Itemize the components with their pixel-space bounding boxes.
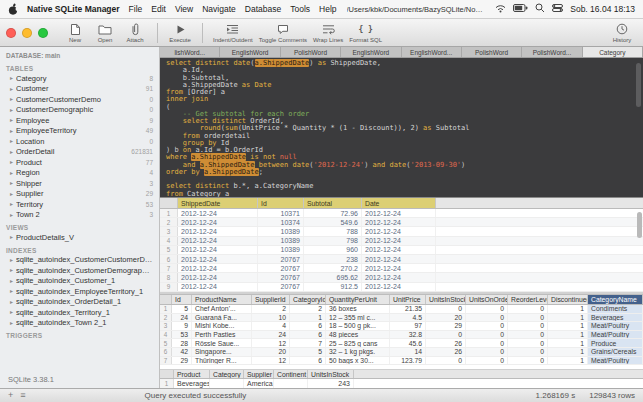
history-button[interactable]: History xyxy=(607,20,637,46)
new-button[interactable]: New xyxy=(60,20,90,46)
table-row[interactable]: 15Chef Anton'...2236 boxes21.350001Condi… xyxy=(160,305,643,314)
open-button[interactable]: Open xyxy=(90,20,120,46)
tab-2[interactable]: PolishWord xyxy=(281,47,341,57)
menu-navigate[interactable]: Navigate xyxy=(202,4,236,14)
table-row[interactable]: 224Guaraná Fa...10112 – 355 ml c...4.520… xyxy=(160,314,643,323)
sidebar-item-category[interactable]: ▸Category8 xyxy=(0,73,159,84)
disclosure-triangle-icon[interactable]: ▸ xyxy=(10,267,13,273)
grid-scrollbar[interactable] xyxy=(637,212,642,238)
column-header-supplierid[interactable]: SupplierId xyxy=(252,295,290,304)
column-header-id[interactable]: Id xyxy=(258,198,304,208)
column-header-shippeddate[interactable]: ShippedDate xyxy=(178,198,258,208)
column-header-quantityperunit[interactable]: QuantityPerUnit xyxy=(326,295,390,304)
tab-3[interactable]: EnglishWord xyxy=(341,47,401,57)
sidebar-item-territory[interactable]: ▸Territory53 xyxy=(0,199,159,210)
column-header-id[interactable]: Id xyxy=(172,295,192,304)
apple-menu-icon[interactable] xyxy=(8,3,19,16)
filter-icon[interactable]: ≡ xyxy=(20,391,25,400)
table-row[interactable]: 52012-12-24103899602012-12-24 xyxy=(160,246,643,255)
column-header-product[interactable]: Product xyxy=(174,370,210,378)
disclosure-triangle-icon[interactable]: ▸ xyxy=(10,320,13,326)
column-header-productname[interactable]: ProductName xyxy=(192,295,252,304)
table-row[interactable]: 42012-12-24103897982012-12-24 xyxy=(160,237,643,246)
toggle-comments-button[interactable]: Toggle Comments xyxy=(256,20,310,46)
column-header-date[interactable]: Date xyxy=(362,198,436,208)
disclosure-triangle-icon[interactable]: ▸ xyxy=(10,86,13,92)
column-header-category[interactable]: Category xyxy=(210,370,244,378)
table-row[interactable]: 92012-12-2420767912.52012-12-24 xyxy=(160,283,643,292)
disclosure-triangle-icon[interactable]: ▸ xyxy=(10,75,13,81)
column-header-reorderlevel[interactable]: ReorderLevel xyxy=(508,295,548,304)
sidebar-item-customerdemographic[interactable]: ▸CustomerDemographic0 xyxy=(0,105,159,116)
sidebar-item-customercustomerdemo[interactable]: ▸CustomerCustomerDemo0 xyxy=(0,94,159,105)
column-header-continent[interactable]: Continent xyxy=(274,370,308,378)
spotlight-icon[interactable] xyxy=(535,3,545,15)
table-row[interactable]: 528Rössle Saue...12725 – 825 g cans45.62… xyxy=(160,339,643,348)
sidebar-item-employee[interactable]: ▸Employee9 xyxy=(0,115,159,126)
attach-button[interactable]: Attach xyxy=(120,20,150,46)
sidebar-item-sqlite_autoindex_customerdemographic_1[interactable]: ▸sqlite_autoindex_CustomerDemographic_1 xyxy=(0,265,159,276)
sidebar-item-town-2[interactable]: ▸Town 23 xyxy=(0,210,159,221)
app-name[interactable]: Native SQLite Manager xyxy=(27,4,120,14)
disclosure-triangle-icon[interactable]: ▸ xyxy=(10,191,13,197)
menu-view[interactable]: View xyxy=(175,4,193,14)
wifi-icon[interactable] xyxy=(495,4,506,15)
sidebar-item-employeeterritory[interactable]: ▸EmployeeTerritory49 xyxy=(0,126,159,137)
tab-4[interactable]: EnglishWord... xyxy=(402,47,462,57)
column-header-unitsinstock[interactable]: UnitsInStock xyxy=(308,370,354,378)
sidebar-item-sqlite_autoindex_employeeterritory_1[interactable]: ▸sqlite_autoindex_EmployeeTerritory_1 xyxy=(0,286,159,297)
disclosure-triangle-icon[interactable]: ▸ xyxy=(10,128,13,134)
editor-scrollbar[interactable] xyxy=(636,63,641,107)
sidebar-item-productdetails_v[interactable]: ▸ProductDetails_V xyxy=(0,232,159,243)
execute-button[interactable]: Execute xyxy=(165,20,195,46)
disclosure-triangle-icon[interactable]: ▸ xyxy=(10,212,13,218)
format-sql-button[interactable]: { } Format SQL xyxy=(346,20,385,46)
disclosure-triangle-icon[interactable]: ▸ xyxy=(10,180,13,186)
table-row[interactable]: 642Singapore...20532 – 1 kg pkgs.1426001… xyxy=(160,348,643,357)
disclosure-triangle-icon[interactable]: ▸ xyxy=(10,288,13,294)
disclosure-triangle-icon[interactable]: ▸ xyxy=(10,257,13,263)
table-row[interactable]: 82012-12-2420767695.622012-12-24 xyxy=(160,273,643,282)
table-row[interactable]: 39Mishi Kobe...4618 – 500 g pk...9729001… xyxy=(160,322,643,331)
menu-edit[interactable]: Edit xyxy=(151,4,166,14)
disclosure-triangle-icon[interactable]: ▸ xyxy=(10,138,13,144)
tab-6[interactable]: PolishWord... xyxy=(522,47,582,57)
menu-help[interactable]: Help xyxy=(319,4,336,14)
disclosure-triangle-icon[interactable]: ▸ xyxy=(10,159,13,165)
tab-0[interactable]: lishWord... xyxy=(160,47,220,57)
indent-outdent-button[interactable]: Indent/Outdent xyxy=(210,20,256,46)
disclosure-triangle-icon[interactable]: ▸ xyxy=(10,201,13,207)
sidebar-item-product[interactable]: ▸Product77 xyxy=(0,157,159,168)
column-header-unitsinstock[interactable]: UnitsInStock xyxy=(426,295,466,304)
disclosure-triangle-icon[interactable]: ▸ xyxy=(10,299,13,305)
sidebar-item-location[interactable]: ▸Location0 xyxy=(0,136,159,147)
table-row[interactable]: 22012-12-2410374549.62012-12-24 xyxy=(160,218,643,227)
disclosure-triangle-icon[interactable]: ▸ xyxy=(10,234,13,240)
table-row[interactable]: 1BeveragesAmerica243 xyxy=(160,379,643,388)
wrap-lines-button[interactable]: Wrap Lines xyxy=(310,20,346,46)
sidebar-item-sqlite_autoindex_customercustomerdemo_1[interactable]: ▸sqlite_autoindex_CustomerCustomerDemo_1 xyxy=(0,255,159,266)
table-row[interactable]: 453Perth Pasties24648 pieces32.80001Meat… xyxy=(160,331,643,340)
battery-icon[interactable] xyxy=(513,4,528,14)
tab-5[interactable]: PolishWord xyxy=(462,47,522,57)
disclosure-triangle-icon[interactable]: ▸ xyxy=(10,278,13,284)
sidebar-item-supplier[interactable]: ▸Supplier29 xyxy=(0,189,159,200)
add-icon[interactable]: + xyxy=(8,391,13,400)
table-row[interactable]: 32012-12-24103897882012-12-24 xyxy=(160,227,643,236)
sidebar-item-region[interactable]: ▸Region4 xyxy=(0,168,159,179)
sidebar-item-sqlite_autoindex_orderdetail_1[interactable]: ▸sqlite_autoindex_OrderDetail_1 xyxy=(0,297,159,308)
table-row[interactable]: 729Thüringer R...12650 bags x 30...123.7… xyxy=(160,357,643,365)
tab-7[interactable]: Category xyxy=(583,47,643,57)
tab-1[interactable]: EnglishWord xyxy=(220,47,280,57)
sql-editor[interactable]: select distinct date(a.ShippedDate) as S… xyxy=(160,58,643,197)
column-header-unitprice[interactable]: UnitPrice xyxy=(390,295,426,304)
column-header-categoryid[interactable]: CategoryId xyxy=(290,295,326,304)
table-row[interactable]: 62012-12-24207672382012-12-24 xyxy=(160,255,643,264)
disclosure-triangle-icon[interactable]: ▸ xyxy=(10,117,13,123)
column-header-supplier[interactable]: Supplier xyxy=(244,370,274,378)
sidebar-item-shipper[interactable]: ▸Shipper3 xyxy=(0,178,159,189)
minimize-button[interactable] xyxy=(22,28,32,38)
table-row[interactable]: 72012-12-2420767270.22012-12-24 xyxy=(160,264,643,273)
close-button[interactable] xyxy=(6,28,16,38)
disclosure-triangle-icon[interactable]: ▸ xyxy=(10,107,13,113)
